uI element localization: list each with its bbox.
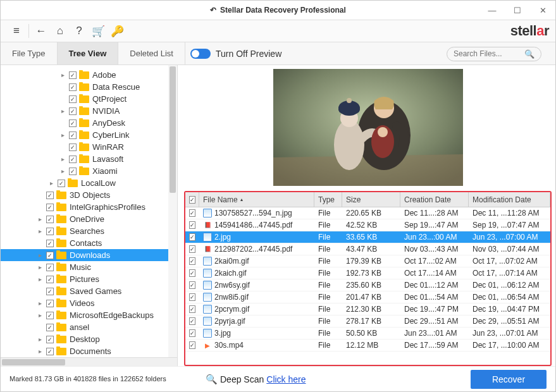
menu-icon[interactable]: ≡ [7,21,26,40]
tree-checkbox[interactable] [69,119,77,127]
tree-checkbox[interactable] [69,168,77,175]
tree-item[interactable]: ▸Downloads [1,249,177,261]
tree-checkbox[interactable] [46,276,54,283]
tree-item[interactable]: ▸Pictures [1,273,177,285]
recover-button[interactable]: Recover [471,370,547,389]
tree-item[interactable]: ▸Saved Games [1,285,177,297]
row-checkbox[interactable] [189,209,195,217]
header-modification-date[interactable]: Modification Date [469,192,550,207]
tree-item[interactable]: ▸WinRAR [1,141,177,153]
expand-icon[interactable]: ▸ [36,264,44,271]
tree-checkbox[interactable] [58,180,65,187]
table-row[interactable]: 130758527...594_n.jpgFile220.65 KBDec 11… [185,207,550,219]
tree-item[interactable]: ▸Searches [1,225,177,237]
deep-scan-link[interactable]: Click here [266,374,306,384]
table-row[interactable]: ▶30s.mp4File12.12 MBDec 17...:59 AMDec 1… [185,340,550,352]
tree-item[interactable]: ▸Xiaomi [1,165,177,177]
row-checkbox[interactable] [189,245,195,253]
tree-item[interactable]: ▸Documents [1,345,177,357]
header-type[interactable]: Type [314,192,342,207]
tree-item[interactable]: ▸CyberLink [1,129,177,141]
key-icon[interactable]: 🔑 [108,21,127,40]
tree-checkbox[interactable] [69,156,77,163]
row-checkbox[interactable] [189,257,195,265]
minimize-button[interactable]: — [479,1,505,20]
tree-checkbox[interactable] [69,144,77,151]
row-checkbox[interactable] [189,281,195,289]
tab-deleted-list[interactable]: Deleted List [118,42,185,64]
tree-checkbox[interactable] [46,252,54,259]
tree-item[interactable]: ▸3D Objects [1,189,177,201]
expand-icon[interactable]: ▸ [59,168,66,175]
table-row[interactable]: 2nw8i5.gifFile201.47 KBDec 01...:54 AMDe… [185,291,550,303]
tree-checkbox[interactable] [46,204,54,211]
expand-icon[interactable]: ▸ [59,132,66,138]
table-row[interactable]: 📕145941486...47445.pdfFile42.52 KBSep 19… [185,219,550,231]
header-filename[interactable]: File Name▴ [199,192,314,207]
header-size[interactable]: Size [342,192,400,207]
back-icon[interactable]: ← [32,21,51,40]
tree-checkbox[interactable] [46,348,54,355]
expand-icon[interactable]: ▸ [36,336,44,343]
tree-checkbox[interactable] [69,132,77,139]
header-creation-date[interactable]: Creation Date [400,192,469,207]
tree-checkbox[interactable] [46,324,54,331]
tree-item[interactable]: ▸Adobe [1,69,177,81]
tab-tree-view[interactable]: Tree View [58,42,119,64]
tree-item[interactable]: ▸NVIDIA [1,105,177,117]
expand-icon[interactable]: ▸ [36,300,44,307]
tree-item[interactable]: ▸QtProject [1,93,177,105]
expand-icon[interactable]: ▸ [59,156,66,162]
table-row[interactable]: 2nw6sy.gifFile235.60 KBDec 01...:12 AMDe… [185,279,550,291]
expand-icon[interactable]: ▸ [59,71,66,78]
row-checkbox[interactable] [189,329,195,337]
tree-item[interactable]: ▸Videos [1,297,177,309]
table-row[interactable]: 2pcrym.gifFile212.30 KBDec 19...:47 PMDe… [185,303,550,315]
tree-checkbox[interactable] [46,228,54,235]
tree-checkbox[interactable] [69,95,77,103]
table-row[interactable]: 2pyrja.gifFile278.17 KBDec 29...:51 AMDe… [185,315,550,328]
tree-checkbox[interactable] [46,192,54,199]
table-row[interactable]: 📕212987202...47445.pdfFile43.47 KBNov 03… [185,243,550,255]
expand-icon[interactable]: ▸ [36,216,44,223]
maximize-button[interactable]: ☐ [505,1,530,20]
tree-vscrollbar[interactable] [168,65,177,357]
close-button[interactable]: ✕ [530,1,555,20]
row-checkbox[interactable] [189,293,195,301]
expand-icon[interactable]: ▸ [36,276,44,283]
tree-checkbox[interactable] [69,83,77,91]
row-checkbox[interactable] [189,233,195,241]
tree-hscrollbar[interactable] [1,357,177,366]
row-checkbox[interactable] [189,317,195,325]
tree-item[interactable]: ▸Data Rescue [1,81,177,93]
expand-icon[interactable]: ▸ [36,228,44,235]
tree-item[interactable]: ▸Desktop [1,333,177,345]
table-row[interactable]: 2.jpgFile33.65 KBJun 23...:00 AMJun 23, … [185,231,550,243]
tree-item[interactable]: ▸Lavasoft [1,153,177,165]
tab-file-type[interactable]: File Type [1,42,58,64]
folder-tree[interactable]: ▸Adobe▸Data Rescue▸QtProject▸NVIDIA▸AnyD… [1,65,177,361]
table-row[interactable]: 2kaich.gifFile192.73 KBOct 17...:14 AMOc… [185,267,550,279]
tree-checkbox[interactable] [46,240,54,247]
tree-checkbox[interactable] [46,288,54,295]
table-row[interactable]: 3.jpgFile50.50 KBJun 23...:01 AMJun 23, … [185,328,550,340]
expand-icon[interactable]: ▸ [36,252,44,259]
table-row[interactable]: 2kai0m.gifFile179.39 KBOct 17...:02 AMOc… [185,255,550,267]
home-icon[interactable]: ⌂ [51,21,70,40]
tree-item[interactable]: ▸AnyDesk [1,117,177,129]
preview-toggle[interactable] [190,49,211,59]
cart-icon[interactable]: 🛒 [89,21,108,40]
tree-checkbox[interactable] [46,216,54,223]
header-checkbox[interactable] [185,192,199,207]
tree-item[interactable]: ▸ansel [1,321,177,333]
tree-checkbox[interactable] [46,312,54,319]
tree-item[interactable]: ▸MicrosoftEdgeBackups [1,309,177,321]
search-icon[interactable]: 🔍 [524,49,534,59]
row-checkbox[interactable] [189,221,195,229]
row-checkbox[interactable] [189,341,195,349]
tree-checkbox[interactable] [46,264,54,271]
expand-icon[interactable]: ▸ [59,107,66,114]
tree-checkbox[interactable] [69,107,77,115]
grid-body[interactable]: 130758527...594_n.jpgFile220.65 KBDec 11… [185,207,550,365]
tree-item[interactable]: ▸Contacts [1,237,177,249]
